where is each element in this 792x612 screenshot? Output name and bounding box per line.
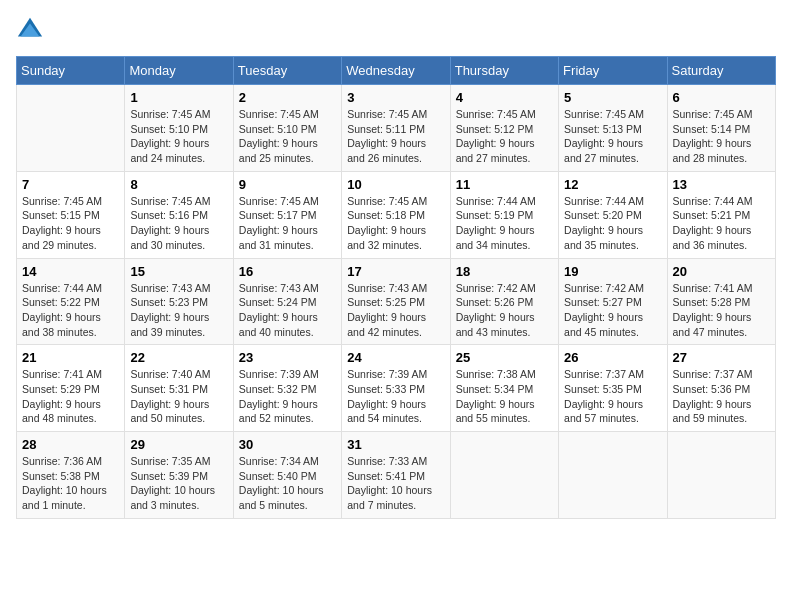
- calendar-cell: 19Sunrise: 7:42 AMSunset: 5:27 PMDayligh…: [559, 258, 667, 345]
- day-info: Sunrise: 7:44 AMSunset: 5:19 PMDaylight:…: [456, 194, 553, 253]
- day-number: 4: [456, 90, 553, 105]
- calendar-week-row: 28Sunrise: 7:36 AMSunset: 5:38 PMDayligh…: [17, 432, 776, 519]
- day-info: Sunrise: 7:39 AMSunset: 5:32 PMDaylight:…: [239, 367, 336, 426]
- calendar-cell: 14Sunrise: 7:44 AMSunset: 5:22 PMDayligh…: [17, 258, 125, 345]
- calendar-cell: 17Sunrise: 7:43 AMSunset: 5:25 PMDayligh…: [342, 258, 450, 345]
- calendar-week-row: 14Sunrise: 7:44 AMSunset: 5:22 PMDayligh…: [17, 258, 776, 345]
- calendar-cell: 7Sunrise: 7:45 AMSunset: 5:15 PMDaylight…: [17, 171, 125, 258]
- day-number: 14: [22, 264, 119, 279]
- day-info: Sunrise: 7:45 AMSunset: 5:17 PMDaylight:…: [239, 194, 336, 253]
- day-info: Sunrise: 7:43 AMSunset: 5:23 PMDaylight:…: [130, 281, 227, 340]
- column-header-saturday: Saturday: [667, 57, 775, 85]
- day-number: 6: [673, 90, 770, 105]
- day-number: 28: [22, 437, 119, 452]
- calendar-cell: 2Sunrise: 7:45 AMSunset: 5:10 PMDaylight…: [233, 85, 341, 172]
- day-info: Sunrise: 7:45 AMSunset: 5:11 PMDaylight:…: [347, 107, 444, 166]
- calendar-cell: 10Sunrise: 7:45 AMSunset: 5:18 PMDayligh…: [342, 171, 450, 258]
- calendar-cell: 27Sunrise: 7:37 AMSunset: 5:36 PMDayligh…: [667, 345, 775, 432]
- day-number: 25: [456, 350, 553, 365]
- day-info: Sunrise: 7:44 AMSunset: 5:22 PMDaylight:…: [22, 281, 119, 340]
- day-info: Sunrise: 7:37 AMSunset: 5:36 PMDaylight:…: [673, 367, 770, 426]
- day-number: 30: [239, 437, 336, 452]
- day-info: Sunrise: 7:41 AMSunset: 5:28 PMDaylight:…: [673, 281, 770, 340]
- day-number: 7: [22, 177, 119, 192]
- day-number: 5: [564, 90, 661, 105]
- day-info: Sunrise: 7:45 AMSunset: 5:14 PMDaylight:…: [673, 107, 770, 166]
- day-info: Sunrise: 7:45 AMSunset: 5:10 PMDaylight:…: [130, 107, 227, 166]
- day-info: Sunrise: 7:43 AMSunset: 5:25 PMDaylight:…: [347, 281, 444, 340]
- day-number: 12: [564, 177, 661, 192]
- day-number: 29: [130, 437, 227, 452]
- calendar-header-row: SundayMondayTuesdayWednesdayThursdayFrid…: [17, 57, 776, 85]
- day-info: Sunrise: 7:45 AMSunset: 5:10 PMDaylight:…: [239, 107, 336, 166]
- column-header-friday: Friday: [559, 57, 667, 85]
- calendar-cell: 6Sunrise: 7:45 AMSunset: 5:14 PMDaylight…: [667, 85, 775, 172]
- calendar-cell: 20Sunrise: 7:41 AMSunset: 5:28 PMDayligh…: [667, 258, 775, 345]
- day-info: Sunrise: 7:45 AMSunset: 5:12 PMDaylight:…: [456, 107, 553, 166]
- calendar-cell: 9Sunrise: 7:45 AMSunset: 5:17 PMDaylight…: [233, 171, 341, 258]
- calendar-cell: 11Sunrise: 7:44 AMSunset: 5:19 PMDayligh…: [450, 171, 558, 258]
- day-number: 8: [130, 177, 227, 192]
- day-number: 23: [239, 350, 336, 365]
- calendar-cell: [450, 432, 558, 519]
- calendar-cell: 23Sunrise: 7:39 AMSunset: 5:32 PMDayligh…: [233, 345, 341, 432]
- calendar-cell: 5Sunrise: 7:45 AMSunset: 5:13 PMDaylight…: [559, 85, 667, 172]
- calendar-cell: 21Sunrise: 7:41 AMSunset: 5:29 PMDayligh…: [17, 345, 125, 432]
- day-number: 17: [347, 264, 444, 279]
- day-info: Sunrise: 7:39 AMSunset: 5:33 PMDaylight:…: [347, 367, 444, 426]
- calendar-cell: 31Sunrise: 7:33 AMSunset: 5:41 PMDayligh…: [342, 432, 450, 519]
- day-info: Sunrise: 7:44 AMSunset: 5:21 PMDaylight:…: [673, 194, 770, 253]
- day-number: 13: [673, 177, 770, 192]
- day-info: Sunrise: 7:38 AMSunset: 5:34 PMDaylight:…: [456, 367, 553, 426]
- calendar-cell: 18Sunrise: 7:42 AMSunset: 5:26 PMDayligh…: [450, 258, 558, 345]
- calendar-cell: [559, 432, 667, 519]
- day-info: Sunrise: 7:37 AMSunset: 5:35 PMDaylight:…: [564, 367, 661, 426]
- calendar-cell: 12Sunrise: 7:44 AMSunset: 5:20 PMDayligh…: [559, 171, 667, 258]
- logo: [16, 16, 48, 44]
- calendar-cell: [17, 85, 125, 172]
- day-info: Sunrise: 7:45 AMSunset: 5:13 PMDaylight:…: [564, 107, 661, 166]
- day-number: 2: [239, 90, 336, 105]
- day-info: Sunrise: 7:42 AMSunset: 5:27 PMDaylight:…: [564, 281, 661, 340]
- day-number: 3: [347, 90, 444, 105]
- day-number: 24: [347, 350, 444, 365]
- column-header-wednesday: Wednesday: [342, 57, 450, 85]
- calendar-cell: 4Sunrise: 7:45 AMSunset: 5:12 PMDaylight…: [450, 85, 558, 172]
- calendar-week-row: 1Sunrise: 7:45 AMSunset: 5:10 PMDaylight…: [17, 85, 776, 172]
- column-header-monday: Monday: [125, 57, 233, 85]
- day-number: 21: [22, 350, 119, 365]
- column-header-thursday: Thursday: [450, 57, 558, 85]
- calendar-cell: [667, 432, 775, 519]
- calendar-cell: 16Sunrise: 7:43 AMSunset: 5:24 PMDayligh…: [233, 258, 341, 345]
- calendar-cell: 1Sunrise: 7:45 AMSunset: 5:10 PMDaylight…: [125, 85, 233, 172]
- calendar-cell: 30Sunrise: 7:34 AMSunset: 5:40 PMDayligh…: [233, 432, 341, 519]
- day-info: Sunrise: 7:45 AMSunset: 5:18 PMDaylight:…: [347, 194, 444, 253]
- day-number: 18: [456, 264, 553, 279]
- day-number: 27: [673, 350, 770, 365]
- day-info: Sunrise: 7:43 AMSunset: 5:24 PMDaylight:…: [239, 281, 336, 340]
- column-header-tuesday: Tuesday: [233, 57, 341, 85]
- day-info: Sunrise: 7:44 AMSunset: 5:20 PMDaylight:…: [564, 194, 661, 253]
- day-number: 19: [564, 264, 661, 279]
- day-number: 22: [130, 350, 227, 365]
- calendar-week-row: 7Sunrise: 7:45 AMSunset: 5:15 PMDaylight…: [17, 171, 776, 258]
- day-info: Sunrise: 7:42 AMSunset: 5:26 PMDaylight:…: [456, 281, 553, 340]
- day-number: 16: [239, 264, 336, 279]
- calendar-cell: 24Sunrise: 7:39 AMSunset: 5:33 PMDayligh…: [342, 345, 450, 432]
- day-info: Sunrise: 7:34 AMSunset: 5:40 PMDaylight:…: [239, 454, 336, 513]
- day-number: 11: [456, 177, 553, 192]
- day-number: 31: [347, 437, 444, 452]
- logo-icon: [16, 16, 44, 44]
- day-number: 20: [673, 264, 770, 279]
- day-number: 10: [347, 177, 444, 192]
- page-header: [16, 16, 776, 44]
- column-header-sunday: Sunday: [17, 57, 125, 85]
- day-info: Sunrise: 7:33 AMSunset: 5:41 PMDaylight:…: [347, 454, 444, 513]
- calendar-cell: 15Sunrise: 7:43 AMSunset: 5:23 PMDayligh…: [125, 258, 233, 345]
- day-number: 26: [564, 350, 661, 365]
- calendar-cell: 26Sunrise: 7:37 AMSunset: 5:35 PMDayligh…: [559, 345, 667, 432]
- day-info: Sunrise: 7:45 AMSunset: 5:16 PMDaylight:…: [130, 194, 227, 253]
- calendar-cell: 8Sunrise: 7:45 AMSunset: 5:16 PMDaylight…: [125, 171, 233, 258]
- day-info: Sunrise: 7:40 AMSunset: 5:31 PMDaylight:…: [130, 367, 227, 426]
- day-info: Sunrise: 7:41 AMSunset: 5:29 PMDaylight:…: [22, 367, 119, 426]
